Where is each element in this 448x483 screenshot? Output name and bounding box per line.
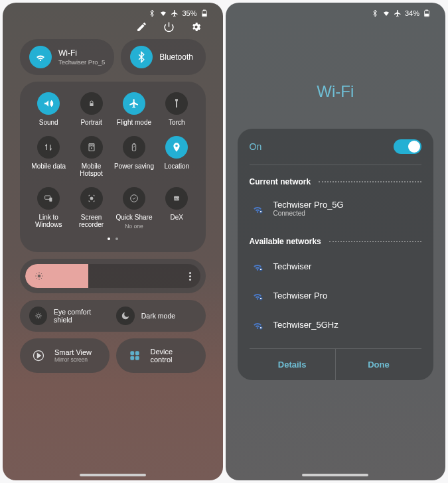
wifi-secure-icon: [251, 318, 264, 331]
quick-tiles-grid: Sound Portrait Flight mode Torch Mobile …: [20, 82, 206, 252]
wifi-on-label: On: [250, 141, 262, 152]
wifi-tile-sub: Techwiser Pro_5: [58, 58, 105, 66]
available-networks-header: Available networks: [250, 225, 422, 251]
moon-icon: [116, 307, 135, 325]
wifi-icon: [29, 46, 52, 68]
svg-rect-26: [135, 351, 139, 355]
bluetooth-status-icon: [148, 9, 156, 17]
done-button[interactable]: Done: [336, 349, 421, 380]
edit-icon[interactable]: [136, 21, 147, 33]
battery-percent: 35%: [182, 9, 196, 17]
wifi-secure-icon: [251, 289, 264, 302]
svg-rect-8: [50, 197, 52, 201]
battery-percent: 34%: [405, 9, 419, 17]
home-indicator[interactable]: [302, 474, 368, 476]
tile-portrait[interactable]: Portrait: [70, 92, 112, 127]
smart-view-icon: [29, 346, 48, 365]
tile-power-saving[interactable]: Power saving: [113, 136, 155, 178]
svg-rect-3: [90, 103, 93, 106]
eye-comfort-button[interactable]: Eye comfort shield: [29, 307, 110, 325]
airplane-icon: [123, 92, 145, 115]
svg-point-22: [37, 314, 40, 318]
hotspot-icon: [80, 136, 103, 159]
bluetooth-icon: [130, 46, 153, 68]
dark-mode-button[interactable]: Dark mode: [116, 307, 196, 325]
bluetooth-tile[interactable]: Bluetooth: [121, 39, 205, 75]
torch-icon: [165, 92, 188, 115]
bluetooth-tile-title: Bluetooth: [159, 52, 193, 62]
smart-view-tile[interactable]: Smart View Mirror screen: [20, 338, 110, 373]
leaf-battery-icon: [123, 136, 145, 159]
page-title: Wi-Fi: [226, 20, 446, 118]
page-dots: [28, 230, 198, 240]
tile-link-windows[interactable]: Link to Windows: [28, 187, 69, 230]
wifi-card: On Current network Techwiser Pro_5G Conn…: [238, 129, 434, 380]
mobile-data-icon: [37, 136, 60, 159]
current-network-row[interactable]: Techwiser Pro_5G Connected: [250, 192, 422, 225]
tile-torch[interactable]: Torch: [156, 92, 197, 127]
wifi-tile[interactable]: Wi-Fi Techwiser Pro_5: [20, 39, 114, 75]
tile-dex[interactable]: DeX DeX: [156, 187, 197, 230]
details-button[interactable]: Details: [250, 349, 336, 380]
svg-line-21: [37, 278, 37, 279]
airplane-status-icon: [171, 9, 179, 17]
wifi-detail-panel: 34% Wi-Fi On Current network Techwiser P…: [226, 3, 446, 480]
network-row[interactable]: Techwiser Pro: [250, 281, 422, 310]
brightness-card: [20, 259, 206, 293]
svg-rect-28: [135, 356, 139, 360]
battery-icon: [200, 9, 208, 17]
svg-rect-31: [425, 14, 429, 16]
wifi-toggle[interactable]: [394, 139, 421, 154]
quick-settings-panel: 35% Wi-Fi Techwiser Pro_5 Bluetooth: [3, 3, 223, 480]
screen-recorder-icon: [80, 187, 103, 210]
svg-point-9: [90, 197, 93, 200]
tile-flight-mode[interactable]: Flight mode: [113, 92, 155, 127]
svg-rect-27: [130, 356, 134, 360]
panel-top-actions: [3, 20, 223, 39]
svg-line-19: [41, 278, 42, 279]
power-icon[interactable]: [163, 21, 175, 33]
bluetooth-status-icon: [371, 9, 379, 17]
display-modes-card: Eye comfort shield Dark mode: [20, 300, 206, 332]
quick-share-icon: [123, 187, 145, 210]
svg-rect-37: [260, 298, 261, 299]
location-icon: [165, 136, 188, 159]
sun-icon: [35, 271, 44, 281]
current-network-header: Current network: [250, 165, 422, 192]
home-indicator[interactable]: [80, 474, 146, 476]
wifi-secure-icon: [251, 259, 264, 273]
svg-rect-2: [202, 14, 206, 16]
tile-screen-recorder[interactable]: Screen recorder: [70, 187, 112, 230]
tile-quick-share[interactable]: Quick Share No one: [113, 187, 155, 230]
svg-rect-30: [426, 10, 428, 11]
status-bar-left: 35%: [3, 3, 223, 20]
tile-sound[interactable]: Sound: [28, 92, 69, 127]
wifi-status-icon: [159, 9, 167, 17]
more-icon[interactable]: [189, 272, 191, 281]
svg-point-13: [38, 275, 41, 278]
network-row[interactable]: Techwiser_5GHz: [250, 310, 422, 339]
tile-location[interactable]: Location: [156, 136, 197, 178]
svg-rect-5: [132, 144, 135, 151]
battery-icon: [423, 9, 431, 17]
gear-icon[interactable]: [190, 21, 202, 33]
svg-rect-6: [133, 143, 135, 144]
svg-rect-39: [260, 327, 261, 328]
svg-rect-33: [260, 211, 261, 212]
airplane-status-icon: [394, 9, 402, 17]
sound-icon: [37, 92, 60, 115]
wifi-status-icon: [382, 9, 390, 17]
lock-rotate-icon: [80, 92, 103, 115]
svg-line-18: [37, 273, 37, 274]
status-bar-right: 34%: [226, 3, 446, 20]
wifi-tile-title: Wi-Fi: [58, 48, 105, 58]
dex-icon: DeX: [165, 187, 188, 210]
svg-text:DeX: DeX: [174, 197, 179, 200]
brightness-slider[interactable]: [25, 264, 200, 288]
tile-mobile-hotspot[interactable]: Mobile Hotspot: [70, 136, 112, 178]
eye-comfort-icon: [29, 307, 47, 325]
tile-mobile-data[interactable]: Mobile data: [28, 136, 69, 178]
network-row[interactable]: Techwiser: [250, 251, 422, 281]
wifi-secure-icon: [251, 202, 264, 215]
device-control-tile[interactable]: Device control: [116, 338, 206, 373]
